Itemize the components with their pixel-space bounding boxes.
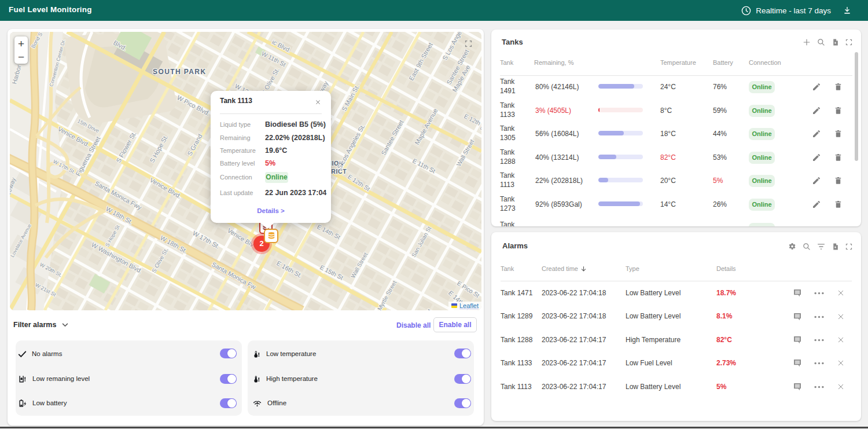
- svg-text:SOUTH PARK: SOUTH PARK: [153, 68, 206, 76]
